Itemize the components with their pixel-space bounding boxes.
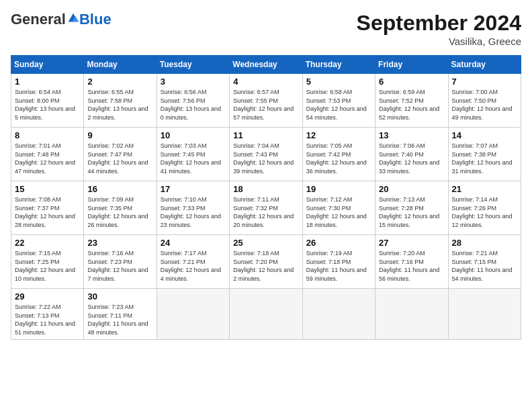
day-info: Sunrise: 7:02 AMSunset: 7:47 PMDaylight:… <box>87 142 152 175</box>
day-of-week-header: Saturday <box>448 56 521 74</box>
day-of-week-header: Wednesday <box>230 56 302 74</box>
calendar-cell: 24Sunrise: 7:17 AMSunset: 7:21 PMDayligh… <box>157 235 229 289</box>
day-info: Sunrise: 7:14 AMSunset: 7:26 PMDaylight:… <box>452 195 517 229</box>
day-number: 6 <box>379 77 444 87</box>
day-info: Sunrise: 6:55 AMSunset: 7:58 PMDaylight:… <box>87 88 152 122</box>
calendar-cell: 14Sunrise: 7:07 AMSunset: 7:38 PMDayligh… <box>448 128 521 181</box>
day-number: 11 <box>233 130 298 140</box>
day-number: 9 <box>87 130 152 140</box>
day-number: 18 <box>233 184 298 194</box>
calendar-cell <box>230 289 302 340</box>
day-number: 14 <box>452 130 517 140</box>
day-info: Sunrise: 7:20 AMSunset: 7:16 PMDaylight:… <box>379 249 444 283</box>
day-info: Sunrise: 7:00 AMSunset: 7:50 PMDaylight:… <box>452 88 517 122</box>
logo-general: General <box>11 11 66 28</box>
day-number: 24 <box>161 238 226 248</box>
calendar-cell: 29Sunrise: 7:22 AMSunset: 7:13 PMDayligh… <box>11 289 84 340</box>
location-subtitle: Vasilika, Greece <box>357 36 521 47</box>
calendar-table: SundayMondayTuesdayWednesdayThursdayFrid… <box>11 55 521 340</box>
calendar-cell: 1Sunrise: 6:54 AMSunset: 8:00 PMDaylight… <box>11 74 84 128</box>
day-number: 5 <box>306 77 371 87</box>
calendar-cell: 2Sunrise: 6:55 AMSunset: 7:58 PMDaylight… <box>84 74 157 128</box>
day-info: Sunrise: 7:12 AMSunset: 7:30 PMDaylight:… <box>306 195 371 229</box>
day-info: Sunrise: 6:58 AMSunset: 7:53 PMDaylight:… <box>306 88 371 122</box>
calendar-cell <box>157 289 229 340</box>
calendar-cell: 13Sunrise: 7:06 AMSunset: 7:40 PMDayligh… <box>375 128 448 181</box>
calendar-cell: 30Sunrise: 7:23 AMSunset: 7:11 PMDayligh… <box>84 289 157 340</box>
day-of-week-header: Friday <box>375 56 448 74</box>
day-info: Sunrise: 7:15 AMSunset: 7:25 PMDaylight:… <box>15 249 80 283</box>
day-number: 25 <box>233 238 298 248</box>
day-number: 21 <box>452 184 517 194</box>
day-info: Sunrise: 7:05 AMSunset: 7:42 PMDaylight:… <box>306 142 371 175</box>
day-info: Sunrise: 7:22 AMSunset: 7:13 PMDaylight:… <box>15 303 80 336</box>
calendar-cell: 27Sunrise: 7:20 AMSunset: 7:16 PMDayligh… <box>375 235 448 289</box>
calendar-cell: 28Sunrise: 7:21 AMSunset: 7:15 PMDayligh… <box>448 235 521 289</box>
day-number: 27 <box>379 238 444 248</box>
day-info: Sunrise: 7:23 AMSunset: 7:11 PMDaylight:… <box>87 303 152 336</box>
day-info: Sunrise: 7:19 AMSunset: 7:18 PMDaylight:… <box>306 249 371 283</box>
day-number: 16 <box>87 184 152 194</box>
calendar-cell: 21Sunrise: 7:14 AMSunset: 7:26 PMDayligh… <box>448 181 521 235</box>
day-number: 29 <box>15 291 80 302</box>
calendar-cell: 5Sunrise: 6:58 AMSunset: 7:53 PMDaylight… <box>302 74 375 128</box>
calendar-cell <box>302 289 375 340</box>
calendar-cell <box>375 289 448 340</box>
day-number: 20 <box>379 184 444 194</box>
calendar-cell: 19Sunrise: 7:12 AMSunset: 7:30 PMDayligh… <box>302 181 375 235</box>
calendar-week-row: 29Sunrise: 7:22 AMSunset: 7:13 PMDayligh… <box>11 289 521 340</box>
day-number: 2 <box>87 77 152 87</box>
day-number: 26 <box>306 238 371 248</box>
day-number: 22 <box>15 238 80 248</box>
day-info: Sunrise: 7:17 AMSunset: 7:21 PMDaylight:… <box>161 249 226 283</box>
calendar-cell: 8Sunrise: 7:01 AMSunset: 7:48 PMDaylight… <box>11 128 84 181</box>
calendar-cell: 26Sunrise: 7:19 AMSunset: 7:18 PMDayligh… <box>302 235 375 289</box>
calendar-cell: 3Sunrise: 6:56 AMSunset: 7:56 PMDaylight… <box>157 74 229 128</box>
calendar-cell: 10Sunrise: 7:03 AMSunset: 7:45 PMDayligh… <box>157 128 229 181</box>
calendar-cell: 23Sunrise: 7:16 AMSunset: 7:23 PMDayligh… <box>84 235 157 289</box>
calendar-cell: 25Sunrise: 7:18 AMSunset: 7:20 PMDayligh… <box>230 235 302 289</box>
day-info: Sunrise: 7:11 AMSunset: 7:32 PMDaylight:… <box>233 195 298 229</box>
logo-blue: Blue <box>79 11 112 28</box>
day-number: 17 <box>161 184 226 194</box>
calendar-cell <box>448 289 521 340</box>
calendar-cell: 6Sunrise: 6:59 AMSunset: 7:52 PMDaylight… <box>375 74 448 128</box>
day-info: Sunrise: 7:09 AMSunset: 7:35 PMDaylight:… <box>87 195 152 229</box>
day-info: Sunrise: 6:57 AMSunset: 7:55 PMDaylight:… <box>233 88 298 122</box>
day-info: Sunrise: 7:10 AMSunset: 7:33 PMDaylight:… <box>161 195 226 229</box>
day-number: 12 <box>306 130 371 140</box>
day-number: 3 <box>161 77 226 87</box>
month-title: September 2024 <box>357 11 521 36</box>
day-number: 13 <box>379 130 444 140</box>
calendar-header-row: SundayMondayTuesdayWednesdayThursdayFrid… <box>11 56 521 74</box>
calendar-cell: 9Sunrise: 7:02 AMSunset: 7:47 PMDaylight… <box>84 128 157 181</box>
day-info: Sunrise: 6:56 AMSunset: 7:56 PMDaylight:… <box>161 88 226 122</box>
day-info: Sunrise: 7:01 AMSunset: 7:48 PMDaylight:… <box>15 142 80 175</box>
title-section: September 2024 Vasilika, Greece <box>357 11 521 47</box>
logo-icon <box>67 12 79 24</box>
day-info: Sunrise: 7:04 AMSunset: 7:43 PMDaylight:… <box>233 142 298 175</box>
day-number: 23 <box>87 238 152 248</box>
day-info: Sunrise: 6:54 AMSunset: 8:00 PMDaylight:… <box>15 88 80 122</box>
day-number: 28 <box>452 238 517 248</box>
day-of-week-header: Monday <box>84 56 157 74</box>
day-info: Sunrise: 7:08 AMSunset: 7:37 PMDaylight:… <box>15 195 80 229</box>
page-header: General Blue September 2024 Vasilika, Gr… <box>11 11 521 47</box>
day-info: Sunrise: 7:16 AMSunset: 7:23 PMDaylight:… <box>87 249 152 283</box>
calendar-cell: 22Sunrise: 7:15 AMSunset: 7:25 PMDayligh… <box>11 235 84 289</box>
day-info: Sunrise: 7:18 AMSunset: 7:20 PMDaylight:… <box>233 249 298 283</box>
calendar-cell: 18Sunrise: 7:11 AMSunset: 7:32 PMDayligh… <box>230 181 302 235</box>
day-number: 4 <box>233 77 298 87</box>
day-info: Sunrise: 7:07 AMSunset: 7:38 PMDaylight:… <box>452 142 517 175</box>
calendar-cell: 16Sunrise: 7:09 AMSunset: 7:35 PMDayligh… <box>84 181 157 235</box>
logo: General Blue <box>11 11 112 28</box>
day-number: 7 <box>452 77 517 87</box>
day-number: 1 <box>15 77 80 87</box>
day-info: Sunrise: 7:13 AMSunset: 7:28 PMDaylight:… <box>379 195 444 229</box>
day-number: 30 <box>87 291 152 302</box>
day-info: Sunrise: 7:21 AMSunset: 7:15 PMDaylight:… <box>452 249 517 283</box>
day-info: Sunrise: 7:06 AMSunset: 7:40 PMDaylight:… <box>379 142 444 175</box>
calendar-cell: 7Sunrise: 7:00 AMSunset: 7:50 PMDaylight… <box>448 74 521 128</box>
day-of-week-header: Thursday <box>302 56 375 74</box>
day-number: 15 <box>15 184 80 194</box>
